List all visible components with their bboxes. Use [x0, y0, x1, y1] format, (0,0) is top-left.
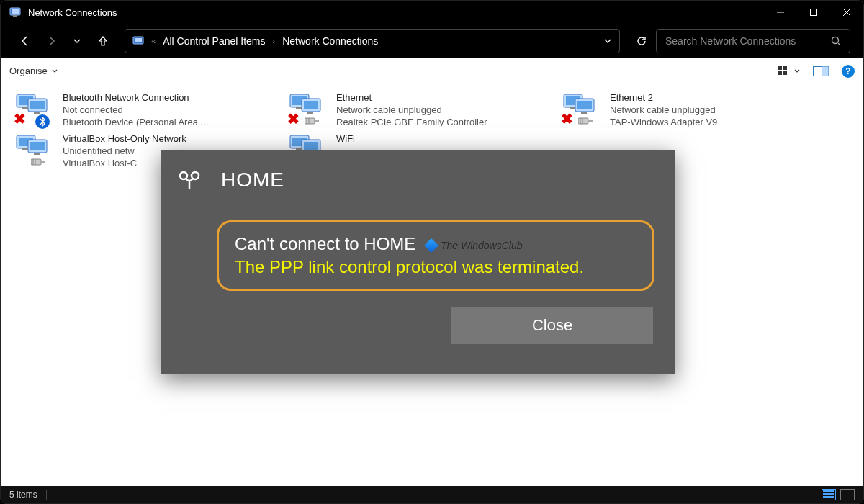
svg-rect-14: [783, 71, 787, 75]
app-icon: [9, 6, 21, 18]
svg-rect-20: [30, 101, 45, 109]
dialog-message-box: Can't connect to HOME The WindowsClub Th…: [217, 220, 654, 291]
connection-icon: ✖: [15, 91, 55, 126]
item-count: 5 items: [9, 490, 37, 500]
dialog-close-button[interactable]: Close: [451, 307, 653, 344]
connection-item[interactable]: ✖Ethernet 2Network cable unpluggedTAP-Wi…: [562, 91, 814, 128]
disconnected-icon: ✖: [14, 110, 26, 127]
connection-icon: ✖: [289, 91, 329, 126]
forward-button[interactable]: [40, 30, 63, 53]
connection-icon: ✖: [562, 91, 603, 126]
svg-rect-16: [822, 66, 829, 76]
svg-line-10: [838, 43, 840, 45]
details-view-button[interactable]: [822, 489, 836, 500]
connection-name: Bluetooth Network Connection: [63, 91, 208, 104]
help-button[interactable]: ?: [842, 65, 855, 78]
chevron-down-icon: [52, 68, 58, 74]
command-bar: Organise ?: [1, 58, 863, 84]
svg-rect-26: [304, 101, 318, 109]
window-title: Network Connections: [28, 7, 764, 18]
dialog-error-heading: Can't connect to HOME: [235, 234, 415, 253]
connection-name: VirtualBox Host-Only Network: [63, 132, 186, 145]
maximize-button[interactable]: [797, 1, 830, 24]
breadcrumb-parent[interactable]: All Control Panel Items: [163, 35, 265, 47]
organise-label: Organise: [9, 66, 48, 76]
svg-point-9: [832, 37, 839, 44]
up-button[interactable]: [91, 30, 114, 53]
svg-rect-12: [783, 66, 787, 70]
svg-rect-37: [570, 107, 575, 109]
svg-rect-47: [22, 148, 28, 150]
svg-rect-27: [296, 107, 302, 109]
svg-rect-29: [305, 118, 315, 124]
connection-item[interactable]: ✖Bluetooth Network ConnectionNot connect…: [15, 91, 267, 128]
svg-point-64: [192, 172, 199, 179]
refresh-button[interactable]: [630, 30, 653, 53]
svg-rect-4: [811, 9, 817, 16]
chevron-left-icon: «: [151, 37, 156, 45]
connection-name: Ethernet 2: [610, 91, 717, 104]
back-button[interactable]: [14, 30, 37, 53]
breadcrumb-current[interactable]: Network Connections: [282, 35, 378, 47]
minimize-button[interactable]: [764, 1, 797, 24]
preview-pane-button[interactable]: [813, 66, 829, 76]
connection-status: Network cable unplugged: [610, 104, 717, 116]
recent-dropdown[interactable]: [66, 30, 89, 53]
search-icon: [831, 36, 841, 46]
vpn-error-dialog: HOME Can't connect to HOME The WindowsCl…: [161, 150, 675, 374]
svg-rect-36: [577, 101, 592, 109]
address-bar[interactable]: « All Control Panel Items › Network Conn…: [125, 29, 620, 53]
plug-icon: [305, 116, 320, 126]
bluetooth-icon: [35, 114, 50, 129]
connection-device: Realtek PCIe GBE Family Controller: [336, 116, 487, 128]
content-pane: Organise ? ✖Bluetooth Network Connection…: [1, 58, 863, 486]
status-bar: 5 items: [1, 486, 863, 503]
connection-status: Network cable unplugged: [336, 104, 487, 116]
large-icons-view-button[interactable]: [840, 489, 855, 500]
location-icon: [132, 35, 144, 47]
connection-name: Ethernet: [336, 91, 487, 104]
svg-rect-49: [31, 159, 41, 165]
svg-rect-39: [578, 118, 588, 124]
address-dropdown[interactable]: [603, 37, 612, 45]
connection-device: Bluetooth Device (Personal Area ...: [63, 116, 208, 128]
connection-device: TAP-Windows Adapter V9: [610, 116, 717, 128]
nav-bar: « All Control Panel Items › Network Conn…: [1, 24, 863, 58]
svg-rect-22: [34, 112, 40, 114]
watermark: The WindowsClub: [426, 240, 522, 251]
svg-rect-30: [315, 120, 319, 122]
svg-point-63: [180, 172, 187, 179]
close-button[interactable]: [830, 1, 863, 24]
connection-status: Not connected: [63, 104, 208, 116]
svg-rect-28: [307, 112, 313, 114]
svg-rect-8: [135, 38, 142, 42]
disconnected-icon: ✖: [561, 110, 573, 127]
svg-rect-40: [588, 120, 593, 122]
plug-icon: [31, 157, 47, 167]
dialog-error-detail: The PPP link control protocol was termin…: [235, 257, 636, 277]
dialog-title: HOME: [221, 168, 284, 192]
svg-rect-13: [778, 71, 782, 75]
svg-rect-46: [30, 142, 45, 150]
svg-rect-2: [13, 15, 17, 17]
plug-icon: [578, 116, 594, 126]
svg-rect-38: [581, 112, 587, 114]
view-options-button[interactable]: [778, 66, 800, 76]
svg-rect-50: [41, 161, 45, 163]
search-placeholder: Search Network Connections: [665, 35, 824, 47]
connection-icon: [15, 132, 55, 167]
connection-name: WiFi: [336, 132, 355, 145]
svg-rect-11: [778, 66, 782, 70]
vpn-icon: [175, 170, 204, 190]
svg-rect-21: [22, 107, 28, 109]
organise-menu[interactable]: Organise: [9, 66, 58, 76]
disconnected-icon: ✖: [287, 110, 300, 127]
search-input[interactable]: Search Network Connections: [656, 29, 850, 53]
svg-rect-1: [12, 9, 19, 14]
svg-rect-48: [34, 153, 40, 155]
chevron-right-icon: ›: [273, 37, 276, 45]
title-bar: Network Connections: [1, 1, 863, 24]
connection-item[interactable]: ✖EthernetNetwork cable unpluggedRealtek …: [289, 91, 541, 128]
